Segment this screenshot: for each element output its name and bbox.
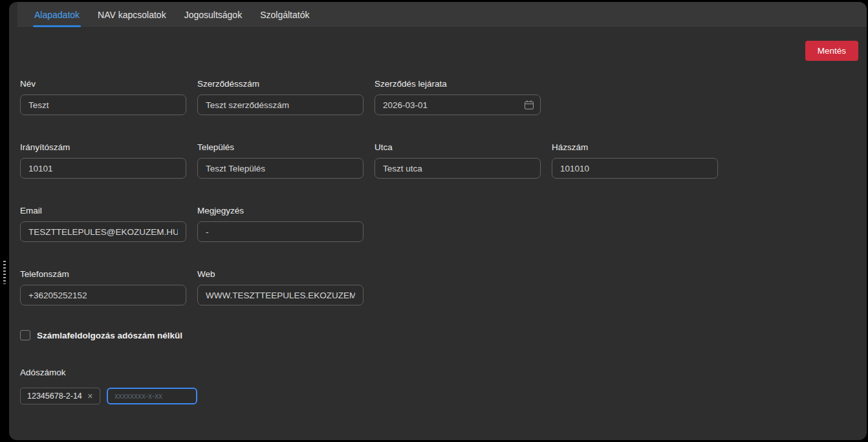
field-web: Web <box>197 269 363 305</box>
iranyitoszam-label: Irányítószám <box>20 142 186 152</box>
field-szerzodes-lejarata: Szerződés lejárata <box>374 79 541 115</box>
no-taxnumber-checkbox-row[interactable]: Számlafeldolgozás adószám nélkül <box>20 330 858 340</box>
nev-input[interactable] <box>20 94 186 115</box>
field-telefonszam: Telefonszám <box>20 269 186 305</box>
szerzodesszam-label: Szerződésszám <box>197 79 363 89</box>
form-row-4: Telefonszám Web <box>20 269 858 305</box>
web-input[interactable] <box>197 285 363 305</box>
date-input-wrap <box>374 94 541 115</box>
web-label: Web <box>197 269 363 279</box>
app-window: Alapadatok NAV kapcsolatok Jogosultságok… <box>9 2 867 440</box>
field-iranyitoszam: Irányítószám <box>20 142 186 179</box>
tab-label: Alapadatok <box>34 10 80 20</box>
email-label: Email <box>20 206 186 215</box>
tab-jogosultsagok[interactable]: Jogosultságok <box>175 2 252 27</box>
calendar-icon[interactable] <box>524 100 534 110</box>
utca-label: Utca <box>374 142 541 152</box>
remove-chip-icon[interactable]: ✕ <box>87 392 93 401</box>
iranyitoszam-input[interactable] <box>20 158 186 179</box>
field-telepules: Település <box>197 142 363 179</box>
field-hazszam: Házszám <box>552 142 718 179</box>
chip-value: 12345678-2-14 <box>27 392 82 401</box>
nev-label: Név <box>20 79 186 89</box>
telepules-input[interactable] <box>197 158 363 179</box>
tax-numbers-section: Adószámok 12345678-2-14 ✕ <box>20 368 858 404</box>
szerzodesszam-input[interactable] <box>197 94 363 115</box>
email-input[interactable] <box>20 221 186 242</box>
form-row-2: Irányítószám Település Utca Házszám <box>20 142 858 179</box>
new-tax-number-input[interactable] <box>107 388 197 404</box>
tab-label: Jogosultságok <box>184 10 243 20</box>
tab-nav-kapcsolatok[interactable]: NAV kapcsolatok <box>89 2 175 27</box>
tab-label: Szolgáltatók <box>260 10 309 20</box>
tax-numbers-label: Adószámok <box>20 368 858 377</box>
megjegyzes-label: Megjegyzés <box>197 206 363 215</box>
tab-label: NAV kapcsolatok <box>98 10 166 20</box>
form-row-3: Email Megjegyzés <box>20 206 858 242</box>
field-email: Email <box>20 206 186 242</box>
tax-numbers-row: 12345678-2-14 ✕ <box>20 388 858 404</box>
tax-number-chip: 12345678-2-14 ✕ <box>20 388 100 404</box>
form-row-1: Név Szerződésszám Szerződés lejárata <box>20 79 858 115</box>
telepules-label: Település <box>197 142 363 152</box>
field-utca: Utca <box>374 142 541 179</box>
tab-szolgaltatok[interactable]: Szolgáltatók <box>251 2 318 27</box>
toolbar: Mentés <box>20 41 858 61</box>
szerzodes-lejarata-input[interactable] <box>374 94 541 115</box>
field-nev: Név <box>20 79 186 115</box>
panel-resize-handle[interactable] <box>3 261 6 284</box>
save-button[interactable]: Mentés <box>805 41 858 61</box>
field-megjegyzes: Megjegyzés <box>197 206 363 242</box>
tab-bar: Alapadatok NAV kapcsolatok Jogosultságok… <box>17 2 867 28</box>
checkbox-label: Számlafeldolgozás adószám nélkül <box>37 331 182 340</box>
megjegyzes-input[interactable] <box>197 221 363 242</box>
telefonszam-input[interactable] <box>20 285 186 305</box>
checkbox-icon[interactable] <box>20 330 30 340</box>
tab-alapadatok[interactable]: Alapadatok <box>25 2 89 27</box>
hazszam-input[interactable] <box>552 158 718 179</box>
field-szerzodesszam: Szerződésszám <box>197 79 363 115</box>
utca-input[interactable] <box>374 158 541 179</box>
main-content: Mentés Név Szerződésszám Szerződés lejár… <box>17 41 867 404</box>
szerzodes-lejarata-label: Szerződés lejárata <box>374 79 541 89</box>
telefonszam-label: Telefonszám <box>20 269 186 279</box>
hazszam-label: Házszám <box>552 142 718 152</box>
